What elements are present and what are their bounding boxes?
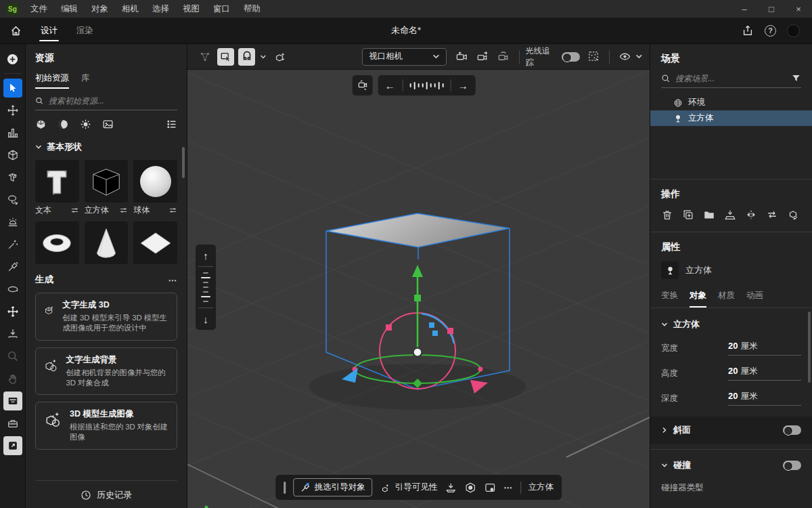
asset-sphere[interactable]: 球体 — [133, 160, 177, 216]
denoise-button[interactable] — [585, 48, 602, 66]
zoom-tool-button[interactable] — [3, 347, 22, 366]
convert-icon[interactable] — [787, 209, 799, 221]
drop-to-ground-icon[interactable] — [445, 482, 457, 494]
adjust-sliders-icon[interactable] — [70, 206, 79, 215]
drop-to-ground-icon[interactable] — [724, 209, 736, 221]
asset-text[interactable]: 文本 — [35, 160, 79, 216]
drop-to-ground-tool-button[interactable] — [3, 324, 22, 343]
basic-shapes-section-header[interactable]: 基本形状 — [35, 141, 177, 153]
extrude-tool-button[interactable] — [3, 168, 22, 187]
primitive-tool-button[interactable] — [3, 146, 22, 165]
filter-lights-icon[interactable] — [80, 119, 91, 130]
filter-funnel-icon[interactable] — [791, 73, 801, 83]
guide-visibility-button[interactable]: 引导可见性 — [380, 482, 438, 493]
pan-camera-tool-button[interactable] — [3, 302, 22, 321]
height-input[interactable]: 20厘米 — [728, 366, 801, 381]
filter-materials-icon[interactable] — [58, 119, 69, 130]
match-image-button[interactable] — [217, 48, 234, 66]
frame-camera-button[interactable] — [352, 75, 372, 96]
scene-item-cube[interactable]: 立方体 — [650, 110, 812, 126]
magic-align-button[interactable] — [271, 48, 288, 66]
asset-cone[interactable] — [85, 221, 129, 264]
physics-nodes-button[interactable] — [196, 48, 213, 66]
group-folder-icon[interactable] — [703, 209, 715, 221]
help-button[interactable]: ? — [765, 25, 776, 37]
elevate-down-button[interactable]: ↓ — [196, 308, 216, 330]
minimize-button[interactable]: – — [731, 0, 758, 18]
tab-render[interactable]: 渲染 — [67, 18, 103, 44]
menu-view[interactable]: 视图 — [176, 0, 206, 18]
tab-transform[interactable]: 变换 — [661, 290, 678, 308]
orbit-left-button[interactable]: ← — [378, 75, 402, 96]
asset-torus[interactable] — [35, 221, 79, 264]
assets-search-input[interactable] — [49, 96, 177, 106]
area-light-tool-button[interactable] — [3, 213, 22, 232]
adjust-sliders-icon[interactable] — [119, 206, 128, 215]
tab-material[interactable]: 材质 — [718, 290, 735, 308]
card-text-to-3d[interactable]: 文字生成 3D 创建 3D 模型来引导 3D 模型生成图像或用于您的设计中 — [35, 293, 177, 341]
menu-window[interactable]: 窗口 — [206, 0, 237, 18]
replace-icon[interactable] — [766, 209, 778, 221]
menu-file[interactable]: 文件 — [24, 0, 54, 18]
tab-starter-assets[interactable]: 初始资源 — [35, 72, 69, 89]
collision-toggle[interactable] — [783, 461, 801, 470]
asset-plane[interactable] — [133, 221, 177, 264]
filter-models-icon[interactable] — [35, 119, 47, 130]
tab-animation[interactable]: 动画 — [746, 290, 763, 308]
assets-search[interactable] — [35, 90, 177, 110]
apply-camera-button[interactable] — [474, 48, 491, 66]
backplate-icon[interactable] — [484, 482, 496, 494]
cube-section-header[interactable]: 立方体 — [650, 308, 812, 331]
view-options-button[interactable] — [616, 48, 633, 66]
magic-wand-tool-button[interactable] — [3, 235, 22, 254]
raytracing-toggle[interactable] — [562, 52, 580, 62]
collision-section-header[interactable]: 碰撞 — [650, 450, 812, 471]
scene-item-environment[interactable]: 环境 — [650, 95, 812, 110]
scene-search-input[interactable] — [675, 74, 786, 83]
camera-select[interactable]: 视口相机 — [362, 48, 446, 66]
orbit-camera-tool-button[interactable] — [3, 280, 22, 299]
tab-library[interactable]: 库 — [81, 72, 90, 89]
more-options-icon[interactable]: ⋯ — [503, 482, 513, 492]
hand-tool-button[interactable] — [3, 369, 22, 388]
scene-search[interactable] — [661, 66, 801, 88]
card-text-to-background[interactable]: 文字生成背景 创建相机背景的图像并与您的 3D 对象合成 — [35, 347, 177, 396]
more-options-icon[interactable]: ⋯ — [168, 275, 178, 285]
add-camera-button[interactable] — [453, 48, 470, 66]
viewport[interactable]: 视口相机 光线追踪 ← → — [187, 44, 650, 508]
scale-tool-button[interactable] — [3, 123, 22, 142]
toolbox-button[interactable] — [3, 414, 22, 433]
menu-object[interactable]: 对象 — [85, 0, 115, 18]
history-button[interactable]: 历史记录 — [35, 480, 177, 501]
add-tool-button[interactable] — [3, 50, 22, 69]
list-view-icon[interactable] — [166, 119, 177, 130]
width-input[interactable]: 20厘米 — [728, 341, 801, 356]
environment-sphere-icon[interactable] — [464, 482, 476, 494]
asset-cube[interactable]: 立方体 — [85, 160, 129, 216]
stage-box-button[interactable] — [3, 391, 22, 410]
snapping-button[interactable] — [238, 48, 255, 66]
close-button[interactable]: × — [785, 0, 812, 18]
menu-help[interactable]: 帮助 — [237, 0, 267, 18]
orbit-right-button[interactable]: → — [451, 75, 475, 96]
home-button[interactable] — [0, 25, 31, 37]
menu-edit[interactable]: 编辑 — [54, 0, 85, 18]
select-tool-button[interactable] — [3, 79, 22, 98]
menu-camera[interactable]: 相机 — [115, 0, 145, 18]
elevate-up-button[interactable]: ↑ — [196, 245, 216, 266]
right-panel-scrollbar[interactable] — [808, 312, 811, 383]
avatar[interactable] — [787, 24, 800, 37]
tab-design[interactable]: 设计 — [31, 18, 67, 44]
bevel-toggle[interactable] — [783, 425, 801, 435]
maximize-button[interactable]: □ — [758, 0, 785, 18]
share-icon[interactable] — [742, 24, 754, 37]
duplicate-icon[interactable] — [682, 209, 694, 221]
lasso-select-tool-button[interactable] — [3, 190, 22, 209]
delete-icon[interactable] — [661, 209, 673, 221]
pick-guide-object-button[interactable]: 挑选引导对象 — [293, 478, 372, 496]
eyedropper-tool-button[interactable] — [3, 257, 22, 276]
card-3d-to-image[interactable]: 3D 模型生成图像 根据描述和您的 3D 对象创建图像 — [35, 402, 177, 450]
assets-scrollbar[interactable] — [182, 147, 185, 178]
bevel-section-header[interactable]: 斜面 — [650, 417, 812, 444]
tab-object[interactable]: 对象 — [690, 290, 706, 308]
